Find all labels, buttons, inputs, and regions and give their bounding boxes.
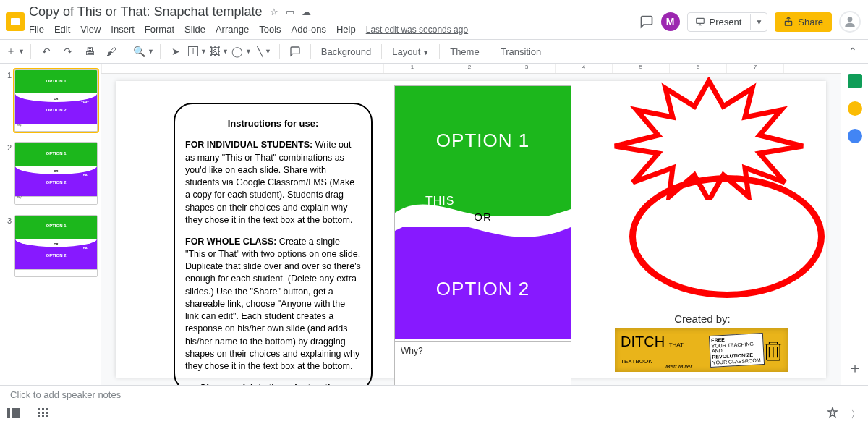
that-label[interactable]: THAT bbox=[503, 225, 536, 238]
svg-rect-0 bbox=[696, 18, 704, 23]
instructions-box[interactable]: Instructions for use: FOR INDIVIDUAL STU… bbox=[174, 103, 373, 385]
svg-point-2 bbox=[848, 17, 853, 22]
menu-tools[interactable]: Tools bbox=[259, 24, 281, 35]
svg-rect-14 bbox=[42, 415, 44, 417]
svg-rect-10 bbox=[38, 412, 40, 414]
explore-icon[interactable] bbox=[826, 407, 839, 422]
comments-icon[interactable] bbox=[639, 14, 654, 29]
svg-rect-13 bbox=[38, 415, 40, 417]
ditch-textbook-badge[interactable]: DITCH THAT TEXTBOOK Matt Miller FREEYOUR… bbox=[615, 328, 788, 372]
paint-format-button[interactable]: 🖌 bbox=[102, 42, 121, 61]
account-avatar[interactable] bbox=[839, 11, 861, 33]
filmstrip-view-icon[interactable] bbox=[7, 408, 20, 420]
slide-surface[interactable]: Instructions for use: FOR INDIVIDUAL STU… bbox=[116, 81, 826, 378]
why-textbox[interactable]: Why? bbox=[395, 341, 571, 385]
slide-number: 1 bbox=[3, 69, 12, 132]
move-icon[interactable]: ▭ bbox=[286, 7, 294, 17]
slide-number: 2 bbox=[3, 142, 12, 204]
option1-label[interactable]: OPTION 1 bbox=[395, 130, 571, 152]
share-label: Share bbox=[798, 17, 823, 27]
menu-edit[interactable]: Edit bbox=[54, 24, 70, 35]
mini-that: THAT bbox=[81, 246, 88, 250]
add-addon-icon[interactable]: ＋ bbox=[848, 360, 862, 375]
mini-that: THAT bbox=[81, 101, 88, 104]
layout-button[interactable]: Layout▼ bbox=[388, 46, 433, 57]
svg-rect-12 bbox=[46, 412, 48, 414]
slide-thumbnail-3[interactable]: OPTION 1 THIS OR THAT OPTION 2 bbox=[14, 215, 98, 277]
collapse-toolbar-icon[interactable]: ⌃ bbox=[843, 42, 862, 61]
slide-number: 3 bbox=[3, 215, 12, 277]
present-label: Present bbox=[710, 17, 742, 27]
keep-addon-icon[interactable] bbox=[848, 101, 862, 116]
menu-insert[interactable]: Insert bbox=[111, 24, 135, 35]
undo-button[interactable]: ↶ bbox=[37, 42, 56, 61]
zoom-button[interactable]: 🔍▼ bbox=[133, 42, 154, 61]
menu-addons[interactable]: Add-ons bbox=[292, 24, 326, 35]
svg-rect-7 bbox=[38, 408, 40, 410]
side-panel: ＋ bbox=[841, 64, 868, 385]
theme-button[interactable]: Theme bbox=[446, 46, 483, 57]
workspace: 1 OPTION 1 THIS OR THAT OPTION 2 Why? 2 … bbox=[0, 64, 868, 385]
individual-label: FOR INDIVIDUAL STUDENTS: bbox=[185, 140, 312, 150]
mini-option1: OPTION 1 bbox=[15, 224, 97, 228]
print-button[interactable]: 🖶 bbox=[80, 42, 99, 61]
menu-file[interactable]: File bbox=[29, 24, 44, 35]
mini-why: Why? bbox=[17, 196, 22, 199]
this-label[interactable]: THIS bbox=[425, 195, 454, 208]
new-slide-button[interactable]: ＋▼ bbox=[6, 42, 25, 61]
phone-mock[interactable]: OPTION 1 THIS OR THAT OPTION 2 Why? Name… bbox=[394, 85, 571, 385]
mini-option2: OPTION 2 bbox=[15, 108, 97, 112]
textbox-tool[interactable]: 🅃▼ bbox=[188, 42, 207, 61]
delete-note: (You can delete these instructions befor… bbox=[185, 382, 361, 385]
instructions-heading: Instructions for use: bbox=[185, 117, 361, 130]
comment-tool[interactable] bbox=[286, 42, 305, 61]
svg-rect-9 bbox=[46, 408, 48, 410]
menu-format[interactable]: Format bbox=[145, 24, 174, 35]
present-button-group: Present ▼ bbox=[687, 12, 768, 32]
title-bar: Copy of This or That: Snapchat template … bbox=[0, 0, 868, 39]
menu-view[interactable]: View bbox=[80, 24, 101, 35]
menu-arrange[interactable]: Arrange bbox=[216, 24, 249, 35]
mini-why: Why? bbox=[17, 124, 22, 127]
or-label[interactable]: OR bbox=[395, 211, 571, 223]
redo-button[interactable]: ↷ bbox=[59, 42, 77, 61]
mini-option2: OPTION 2 bbox=[15, 253, 97, 258]
slide-canvas[interactable]: 12 34 56 7 Instructions for use: FOR IND… bbox=[101, 64, 841, 385]
svg-rect-8 bbox=[42, 408, 44, 410]
cloud-status-icon[interactable]: ☁ bbox=[302, 7, 311, 17]
star-icon[interactable]: ☆ bbox=[270, 7, 278, 17]
svg-rect-15 bbox=[46, 415, 48, 417]
collaborator-avatar[interactable]: M bbox=[661, 12, 680, 31]
bottom-bar: 〉 bbox=[0, 404, 868, 424]
slides-logo-icon[interactable] bbox=[6, 12, 25, 31]
svg-rect-6 bbox=[12, 408, 20, 418]
slide-thumbnail-1[interactable]: OPTION 1 THIS OR THAT OPTION 2 Why? bbox=[14, 69, 98, 132]
select-tool[interactable]: ➤ bbox=[166, 42, 185, 61]
document-title[interactable]: Copy of This or That: Snapchat template bbox=[29, 4, 263, 20]
background-button[interactable]: Background bbox=[317, 46, 375, 57]
slide-thumbnail-2[interactable]: OPTION 1 THIS OR THAT OPTION 2 Why? bbox=[14, 142, 98, 204]
last-edit-link[interactable]: Last edit was seconds ago bbox=[366, 25, 468, 35]
calendar-addon-icon[interactable] bbox=[848, 74, 862, 88]
line-tool[interactable]: ╲▼ bbox=[255, 42, 273, 61]
individual-text: Write out as many "This or That" combina… bbox=[185, 140, 354, 225]
present-dropdown[interactable]: ▼ bbox=[750, 14, 767, 30]
share-button[interactable]: Share bbox=[775, 12, 832, 32]
menu-slide[interactable]: Slide bbox=[184, 24, 205, 35]
image-tool[interactable]: 🖼▼ bbox=[210, 42, 229, 61]
svg-rect-11 bbox=[42, 412, 44, 414]
option2-label[interactable]: OPTION 2 bbox=[395, 278, 571, 300]
transition-button[interactable]: Transition bbox=[496, 46, 546, 57]
horizontal-ruler: 12 34 56 7 bbox=[101, 64, 841, 74]
shape-tool[interactable]: ◯▼ bbox=[231, 42, 252, 61]
hide-sidepanel-icon[interactable]: 〉 bbox=[851, 408, 861, 421]
red-oval-shape[interactable] bbox=[629, 175, 825, 298]
present-button[interactable]: Present bbox=[688, 13, 749, 31]
mini-option2: OPTION 2 bbox=[15, 180, 97, 185]
menu-help[interactable]: Help bbox=[336, 24, 356, 35]
speaker-notes[interactable]: Click to add speaker notes bbox=[0, 385, 868, 404]
mini-that: THAT bbox=[81, 173, 88, 177]
filmstrip[interactable]: 1 OPTION 1 THIS OR THAT OPTION 2 Why? 2 … bbox=[0, 64, 101, 385]
grid-view-icon[interactable] bbox=[38, 408, 49, 420]
tasks-addon-icon[interactable] bbox=[848, 129, 862, 143]
